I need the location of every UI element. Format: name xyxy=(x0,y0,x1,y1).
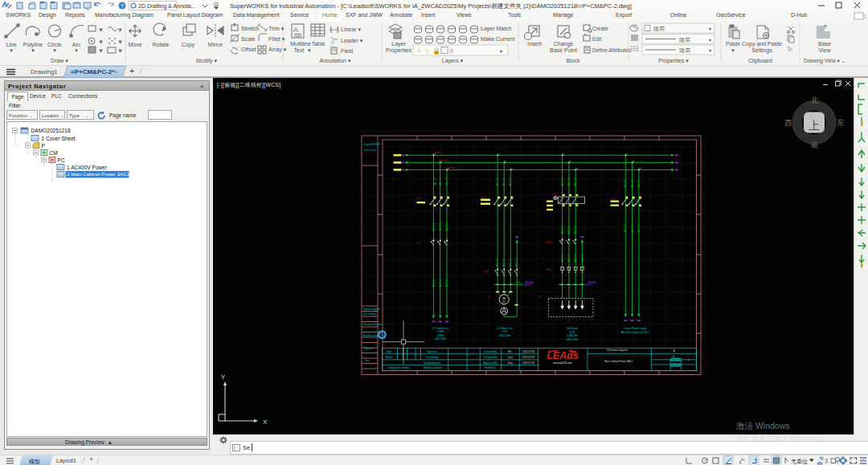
svg-text:-W41 2.5: -W41 2.5 xyxy=(631,179,634,188)
svg-text:北: 北 xyxy=(811,96,819,104)
svg-text:Leader ▾: Leader ▾ xyxy=(341,38,363,43)
svg-text:Standards Replace: Standards Replace xyxy=(363,323,383,326)
svg-text:-W32 2.5: -W32 2.5 xyxy=(561,226,564,235)
svg-text:Main Cabinet Power 3AC1: Main Cabinet Power 3AC1 xyxy=(604,360,633,363)
svg-text:Page num: Page num xyxy=(672,358,682,361)
svg-text:-W33 2.5: -W33 2.5 xyxy=(581,254,584,263)
svg-text:CM: CM xyxy=(50,150,58,156)
svg-text:DAMO20251218: DAMO20251218 xyxy=(31,128,71,133)
svg-text:Line: Line xyxy=(6,42,16,47)
svg-text:3~: 3~ xyxy=(502,300,506,304)
svg-text:2025/12/18: 2025/12/18 xyxy=(522,361,534,365)
svg-text:-W33 2.5: -W33 2.5 xyxy=(561,254,564,263)
svg-text:▾: ▾ xyxy=(308,47,311,53)
svg-text:Field: Field xyxy=(341,48,353,54)
svg-text:▾: ▾ xyxy=(10,47,13,53)
svg-text:▾: ▾ xyxy=(709,48,711,53)
svg-text:Signature: Signature xyxy=(364,347,374,350)
svg-text:Standardization: Standardization xyxy=(424,361,440,365)
svg-text:2D Drafting & Annota...: 2D Drafting & Annota... xyxy=(138,3,196,10)
svg-text:Settings: Settings xyxy=(751,47,772,54)
svg-text:-QS1: -QS1 xyxy=(416,242,421,245)
svg-text:Properties: Properties xyxy=(386,47,411,54)
svg-text:-QM3: -QM3 xyxy=(551,193,558,196)
svg-text:-W41 2.5: -W41 2.5 xyxy=(637,179,641,188)
svg-text:Designed By: Designed By xyxy=(484,356,498,359)
svg-text:-QF2: -QF2 xyxy=(481,196,486,199)
svg-text:3 kW: 3 kW xyxy=(570,331,575,334)
svg-text:[-][俯视][二维线框][WCS]: [-][俯视][二维线框][WCS] xyxy=(217,82,280,88)
svg-text:Draw ▾: Draw ▾ xyxy=(51,58,68,63)
svg-text:Multiline: Multiline xyxy=(290,41,311,47)
svg-text:Insert: Insert xyxy=(527,41,542,47)
svg-text:▾: ▾ xyxy=(119,48,121,53)
svg-text:L3 25mm²: L3 25mm² xyxy=(444,166,456,169)
svg-text:🔒: 🔒 xyxy=(432,47,440,55)
svg-text:Drawing View ▾ ⌄: Drawing View ▾ ⌄ xyxy=(804,58,845,64)
svg-text:After Main Switch 24 VDC: After Main Switch 24 VDC xyxy=(621,331,650,334)
svg-text:Signature: Signature xyxy=(427,350,437,353)
svg-text:400V 50Hz: 400V 50Hz xyxy=(567,338,579,341)
svg-text:Trim ▾: Trim ▾ xyxy=(268,26,285,31)
svg-text:Copy: Copy xyxy=(182,42,195,48)
svg-text:Rotate: Rotate xyxy=(153,42,170,47)
svg-text:Change file number: Change file number xyxy=(388,366,409,369)
svg-text:Tool Feeds: Tool Feeds xyxy=(567,327,579,330)
svg-text:L01 Motor Fan: L01 Motor Fan xyxy=(497,327,513,330)
svg-text:-W12 2.5: -W12 2.5 xyxy=(432,222,436,231)
svg-text:-W22 2.5: -W22 2.5 xyxy=(502,259,506,267)
svg-text:+B01 50Hz: +B01 50Hz xyxy=(435,337,447,341)
svg-text:-W22 2.5: -W22 2.5 xyxy=(496,259,499,267)
svg-text:Cranes Power Supply: Cranes Power Supply xyxy=(623,327,647,330)
svg-text:-W3: -W3 xyxy=(528,283,533,286)
svg-text:A: A xyxy=(674,349,675,353)
svg-text:AutoPlot Drawing Ch: AutoPlot Drawing Ch xyxy=(363,334,384,337)
svg-text:-W41 2.5: -W41 2.5 xyxy=(624,179,627,188)
svg-text:EG: EG xyxy=(508,350,512,353)
svg-text:Tony: Tony xyxy=(508,361,514,365)
svg-text:Properties ▾: Properties ▾ xyxy=(658,58,689,64)
svg-text:·: · xyxy=(115,3,117,9)
svg-text:-W13 2.5: -W13 2.5 xyxy=(432,279,436,288)
svg-text:Annotation ▾: Annotation ▾ xyxy=(320,58,351,63)
svg-text:▾: ▾ xyxy=(31,47,35,53)
svg-text:Change: Change xyxy=(554,41,574,47)
svg-text:A: A xyxy=(293,26,298,34)
svg-text:▾: ▾ xyxy=(100,48,102,53)
svg-text:Layer: Layer xyxy=(391,41,406,47)
svg-text:Array ▾: Array ▾ xyxy=(268,47,287,53)
svg-text:Jack: Jack xyxy=(508,356,514,359)
svg-text:-QA31: -QA31 xyxy=(545,241,552,244)
svg-text:Define Attributes: Define Attributes xyxy=(592,47,631,53)
svg-text:Edit: Edit xyxy=(592,36,601,42)
svg-text:-W22 2.5: -W22 2.5 xyxy=(509,259,512,267)
svg-text:-BB3: -BB3 xyxy=(546,268,551,271)
svg-text:Fillet ▾: Fillet ▾ xyxy=(268,36,285,42)
svg-text:2.2%: 2.2% xyxy=(515,281,521,284)
svg-text:-0: -0 xyxy=(673,355,675,358)
svg-text:3 PEN: 3 PEN xyxy=(437,330,444,333)
svg-text:Table: Table xyxy=(312,41,326,47)
svg-text:±B02 50Hz: ±B02 50Hz xyxy=(499,334,511,337)
svg-text:▾: ▾ xyxy=(100,27,102,32)
svg-text:1 AC400V Power: 1 AC400V Power xyxy=(67,165,108,170)
svg-text:Date: Date xyxy=(387,350,392,353)
svg-text:0: 0 xyxy=(450,48,453,54)
svg-text:-W42 2.5: -W42 2.5 xyxy=(624,224,627,233)
svg-text:PC: PC xyxy=(58,157,65,163)
svg-text:3.2A 2 PE: 3.2A 2 PE xyxy=(567,334,577,337)
svg-text:▾: ▾ xyxy=(119,27,121,32)
svg-text:Marker: Marker xyxy=(386,356,393,359)
svg-text:-W13 2.5: -W13 2.5 xyxy=(439,279,442,288)
svg-text:Mirror: Mirror xyxy=(208,42,223,47)
svg-text:P: P xyxy=(42,143,46,149)
svg-text:东: 东 xyxy=(837,118,845,127)
svg-text:随层: 随层 xyxy=(679,37,690,43)
svg-text:-W32 2.5: -W32 2.5 xyxy=(567,226,571,235)
svg-text:2 Main Cabinet Power 3AC1: 2 Main Cabinet Power 3AC1 xyxy=(67,171,130,177)
svg-text:▾: ▾ xyxy=(53,47,56,53)
svg-text:Clipboard: Clipboard xyxy=(748,58,772,64)
svg-text:L2 25mm²: L2 25mm² xyxy=(438,159,449,162)
svg-text:SuperWORKS: SuperWORKS xyxy=(364,143,381,146)
svg-text:Checked By: Checked By xyxy=(484,350,497,353)
